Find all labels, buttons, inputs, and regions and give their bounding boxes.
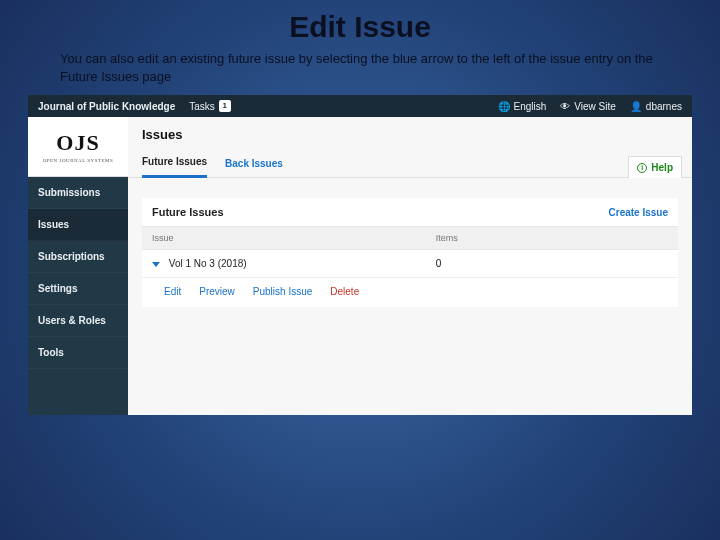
view-site-link[interactable]: 👁 View Site: [560, 101, 616, 112]
issue-row[interactable]: Vol 1 No 3 (2018) 0: [142, 250, 678, 278]
issue-title: Vol 1 No 3 (2018): [169, 258, 247, 269]
panel-title: Future Issues: [152, 206, 224, 218]
delete-action[interactable]: Delete: [330, 286, 359, 297]
tasks-count-badge: 1: [219, 100, 231, 112]
col-items-header: Items: [436, 233, 668, 243]
help-label: Help: [651, 162, 673, 173]
topbar: Journal of Public Knowledge Tasks 1 🌐 En…: [28, 95, 692, 117]
preview-action[interactable]: Preview: [199, 286, 235, 297]
help-button[interactable]: i Help: [628, 156, 682, 178]
sidebar: OJS OPEN JOURNAL SYSTEMS Submissions Iss…: [28, 117, 128, 415]
table-header: Issue Items: [142, 226, 678, 250]
tasks-label: Tasks: [189, 101, 215, 112]
sidebar-item-subscriptions[interactable]: Subscriptions: [28, 241, 128, 273]
tasks-button[interactable]: Tasks 1: [189, 100, 231, 112]
issue-items-count: 0: [436, 258, 668, 269]
logo-subtext: OPEN JOURNAL SYSTEMS: [43, 158, 114, 163]
sidebar-item-issues[interactable]: Issues: [28, 209, 128, 241]
view-site-label: View Site: [574, 101, 616, 112]
eye-icon: 👁: [560, 101, 570, 112]
tab-back-issues[interactable]: Back Issues: [225, 152, 283, 177]
globe-icon: 🌐: [498, 101, 510, 112]
row-actions: Edit Preview Publish Issue Delete: [142, 278, 678, 307]
logo[interactable]: OJS OPEN JOURNAL SYSTEMS: [28, 117, 128, 177]
tabs: Future Issues Back Issues i Help: [128, 146, 692, 178]
future-issues-panel: Future Issues Create Issue Issue Items V…: [142, 198, 678, 307]
sidebar-item-settings[interactable]: Settings: [28, 273, 128, 305]
slide-description: You can also edit an existing future iss…: [0, 50, 720, 95]
publish-action[interactable]: Publish Issue: [253, 286, 312, 297]
tab-future-issues[interactable]: Future Issues: [142, 150, 207, 178]
app-screenshot: Journal of Public Knowledge Tasks 1 🌐 En…: [28, 95, 692, 415]
language-label: English: [514, 101, 547, 112]
create-issue-link[interactable]: Create Issue: [609, 207, 668, 218]
main-content: Issues Future Issues Back Issues i Help …: [128, 117, 692, 415]
expand-arrow-icon[interactable]: [152, 262, 160, 267]
sidebar-item-tools[interactable]: Tools: [28, 337, 128, 369]
edit-action[interactable]: Edit: [164, 286, 181, 297]
col-issue-header: Issue: [152, 233, 436, 243]
sidebar-item-users-roles[interactable]: Users & Roles: [28, 305, 128, 337]
username: dbarnes: [646, 101, 682, 112]
logo-text: OJS: [56, 130, 99, 156]
journal-name[interactable]: Journal of Public Knowledge: [38, 101, 175, 112]
user-icon: 👤: [630, 101, 642, 112]
help-icon: i: [637, 163, 647, 173]
slide-title: Edit Issue: [0, 0, 720, 50]
page-heading: Issues: [128, 117, 692, 146]
sidebar-item-submissions[interactable]: Submissions: [28, 177, 128, 209]
language-switcher[interactable]: 🌐 English: [498, 101, 547, 112]
user-menu[interactable]: 👤 dbarnes: [630, 101, 682, 112]
